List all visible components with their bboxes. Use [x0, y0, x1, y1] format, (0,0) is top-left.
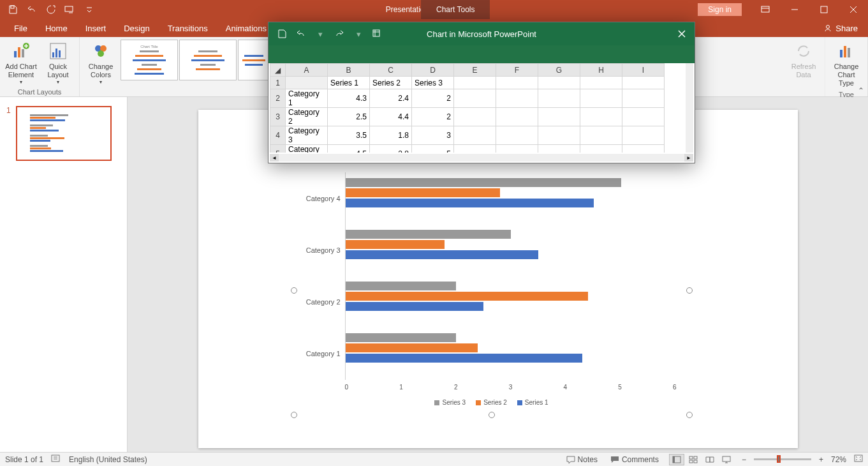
cell-D1[interactable]: Series 3	[412, 77, 454, 89]
comments-button[interactable]: Comments	[608, 455, 661, 464]
excel-grid[interactable]: ◢ABCDEFGHI1Series 1Series 2Series 32Cate…	[270, 63, 693, 153]
col-header-H[interactable]: H	[580, 64, 622, 77]
chart-object[interactable]: Category 4Category 3Category 2Category 1…	[294, 166, 689, 415]
transitions-tab[interactable]: Transitions	[159, 19, 217, 37]
cell-G3[interactable]	[538, 108, 580, 126]
share-button[interactable]: Share	[823, 24, 858, 33]
cell-G2[interactable]	[538, 89, 580, 108]
cell-F2[interactable]	[496, 89, 538, 108]
cell-C3[interactable]: 4.4	[370, 108, 412, 126]
chart-style-gallery[interactable]: Chart Title	[121, 40, 270, 82]
design-tab[interactable]: Design	[115, 19, 158, 37]
cell-D4[interactable]: 3	[412, 126, 454, 145]
change-colors-button[interactable]: Change Colors▾	[84, 40, 118, 87]
cell-D3[interactable]: 2	[412, 108, 454, 126]
cell-A4[interactable]: Category 3	[286, 126, 328, 145]
cell-B2[interactable]: 4.3	[328, 89, 370, 108]
scroll-right-icon[interactable]: ►	[684, 154, 693, 162]
cell-H1[interactable]	[580, 77, 622, 89]
undo-icon[interactable]	[24, 2, 40, 17]
scroll-left-icon[interactable]: ◄	[270, 154, 279, 162]
cell-C5[interactable]: 2.8	[370, 145, 412, 153]
chart-style-1[interactable]: Chart Title	[121, 40, 178, 80]
cell-B1[interactable]: Series 1	[328, 77, 370, 89]
cell-F1[interactable]	[496, 77, 538, 89]
minimize-icon[interactable]	[780, 0, 809, 19]
cell-G4[interactable]	[538, 126, 580, 145]
col-header-A[interactable]: A	[286, 64, 328, 77]
quick-layout-button[interactable]: Quick Layout▾	[41, 40, 75, 87]
cell-A2[interactable]: Category 1	[286, 89, 328, 108]
zoom-slider[interactable]	[754, 458, 811, 460]
sign-in-button[interactable]: Sign in	[698, 3, 742, 16]
col-header-C[interactable]: C	[370, 64, 412, 77]
col-header-I[interactable]: I	[622, 64, 665, 77]
normal-view-icon[interactable]	[669, 454, 684, 465]
slideshow-view-icon[interactable]	[719, 454, 734, 465]
cell-H2[interactable]	[580, 89, 622, 108]
zoom-in-icon[interactable]: +	[819, 455, 823, 464]
cell-A1[interactable]	[286, 77, 328, 89]
handle-left[interactable]	[291, 287, 297, 294]
cell-A3[interactable]: Category 2	[286, 108, 328, 126]
notes-button[interactable]: Notes	[564, 455, 600, 464]
cell-A5[interactable]: Category 4	[286, 145, 328, 153]
excel-horizontal-scrollbar[interactable]: ◄ ►	[270, 154, 693, 162]
chart-tools-tab[interactable]: Chart Tools	[421, 0, 490, 19]
excel-redo-icon[interactable]	[332, 27, 346, 41]
qat-more-icon[interactable]	[82, 2, 97, 17]
excel-redo-more-icon[interactable]: ▾	[351, 27, 365, 41]
col-header-D[interactable]: D	[412, 64, 454, 77]
cell-G5[interactable]	[538, 145, 580, 153]
redo-icon[interactable]	[43, 2, 59, 17]
handle-bottom[interactable]	[489, 412, 495, 418]
excel-undo-icon[interactable]	[294, 27, 308, 41]
chart-style-3[interactable]	[238, 40, 270, 80]
cell-B4[interactable]: 3.5	[328, 126, 370, 145]
zoom-label[interactable]: 72%	[831, 455, 846, 464]
cell-G1[interactable]	[538, 77, 580, 89]
excel-close-icon[interactable]	[669, 22, 695, 45]
cell-E3[interactable]	[454, 108, 496, 126]
spellcheck-icon[interactable]	[51, 454, 61, 465]
zoom-out-icon[interactable]: −	[742, 455, 746, 464]
col-header-F[interactable]: F	[496, 64, 538, 77]
close-icon[interactable]	[839, 0, 868, 19]
handle-bl[interactable]	[291, 412, 297, 418]
col-header-E[interactable]: E	[454, 64, 496, 77]
cell-I4[interactable]	[622, 126, 665, 145]
cell-F3[interactable]	[496, 108, 538, 126]
ribbon-options-icon[interactable]	[751, 0, 780, 19]
cell-D2[interactable]: 2	[412, 89, 454, 108]
col-header-B[interactable]: B	[328, 64, 370, 77]
chart-style-2[interactable]	[179, 40, 237, 80]
cell-E4[interactable]	[454, 126, 496, 145]
add-chart-element-button[interactable]: Add Chart Element▾	[4, 40, 38, 87]
maximize-icon[interactable]	[809, 0, 839, 19]
excel-data-window[interactable]: ▾ ▾ Chart in Microsoft PowerPoint ◢ABCDE…	[268, 22, 695, 163]
excel-undo-more-icon[interactable]: ▾	[313, 27, 327, 41]
home-tab[interactable]: Home	[36, 19, 77, 37]
change-chart-type-button[interactable]: Change Chart Type	[829, 40, 864, 89]
excel-save-icon[interactable]	[275, 27, 289, 41]
cell-C1[interactable]: Series 2	[370, 77, 412, 89]
cell-C2[interactable]: 2.4	[370, 89, 412, 108]
file-tab[interactable]: File	[5, 19, 36, 37]
cell-H4[interactable]	[580, 126, 622, 145]
cell-I3[interactable]	[622, 108, 665, 126]
save-icon[interactable]	[5, 2, 20, 17]
cell-I2[interactable]	[622, 89, 665, 108]
fit-to-window-icon[interactable]	[854, 455, 863, 464]
cell-I1[interactable]	[622, 77, 665, 89]
cell-B3[interactable]: 2.5	[328, 108, 370, 126]
cell-H3[interactable]	[580, 108, 622, 126]
excel-title-bar[interactable]: ▾ ▾ Chart in Microsoft PowerPoint	[268, 22, 695, 45]
cell-F4[interactable]	[496, 126, 538, 145]
cell-E2[interactable]	[454, 89, 496, 108]
language-indicator[interactable]: English (United States)	[69, 455, 147, 464]
col-header-G[interactable]: G	[538, 64, 580, 77]
cell-E1[interactable]	[454, 77, 496, 89]
handle-br[interactable]	[686, 412, 693, 418]
collapse-ribbon-icon[interactable]: ⌃	[858, 86, 864, 95]
cell-B5[interactable]: 4.5	[328, 145, 370, 153]
